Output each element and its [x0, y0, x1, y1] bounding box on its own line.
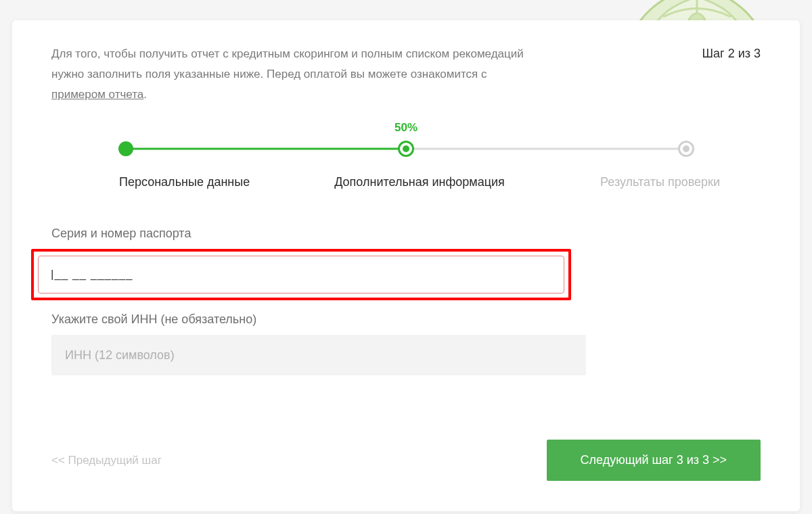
progress-track-complete [126, 148, 406, 150]
inn-input[interactable] [51, 335, 586, 375]
progress-label-results: Результаты проверки [520, 175, 720, 189]
next-step-button[interactable]: Следующий шаг 3 из 3 >> [547, 440, 761, 481]
example-report-link[interactable]: примером отчета [51, 88, 143, 101]
intro-text: Для того, чтобы получить отчет с кредитн… [51, 44, 539, 104]
form-card: Для того, чтобы получить отчет с кредитн… [12, 20, 800, 511]
intro-text-before: Для того, чтобы получить отчет с кредитн… [51, 47, 524, 80]
previous-step-button[interactable]: << Предыдущий шаг [51, 448, 162, 473]
progress-label-personal: Персональные данные [119, 175, 319, 189]
progress-bar: 50% Персональные данные Дополнительная и… [51, 141, 761, 189]
passport-field-label: Серия и номер паспорта [51, 227, 761, 241]
progress-node-personal [118, 141, 133, 156]
intro-text-after: . [143, 88, 147, 101]
inn-field-label: Укажите свой ИНН (не обязательно) [51, 312, 761, 327]
progress-percent-label: 50% [394, 121, 418, 135]
step-indicator: Шаг 2 из 3 [702, 44, 761, 61]
passport-input[interactable] [38, 256, 564, 294]
progress-node-additional [398, 141, 414, 157]
progress-track-remaining [406, 148, 686, 150]
progress-label-additional: Дополнительная информация [319, 175, 520, 189]
progress-node-results [678, 141, 694, 157]
passport-highlight-annotation [31, 249, 571, 300]
